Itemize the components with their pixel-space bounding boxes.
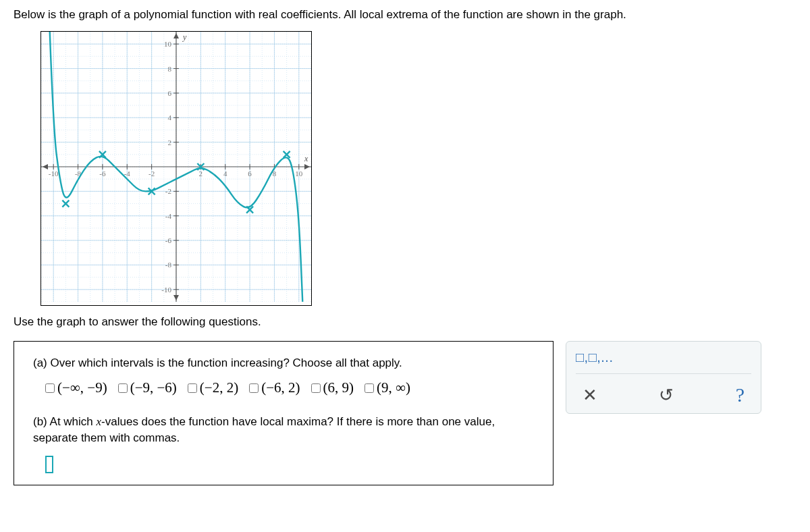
svg-text:2: 2 (199, 169, 203, 178)
choice-2-label: (−2, 2) (200, 379, 238, 396)
svg-text:6: 6 (248, 169, 252, 178)
list-format-hint[interactable]: □,□,... (576, 350, 751, 365)
choice-5[interactable]: (9, ∞) (364, 379, 410, 396)
svg-text:4: 4 (168, 113, 172, 122)
clear-button[interactable]: ✕ (583, 385, 597, 406)
svg-text:-10: -10 (161, 286, 171, 294)
svg-text:y: y (182, 32, 187, 42)
tool-divider (576, 373, 751, 374)
choice-4[interactable]: (6, 9) (311, 379, 354, 396)
problem-subtitle: Use the graph to answer the following qu… (14, 315, 796, 329)
tool-panel: □,□,... ✕ ↺ ? (566, 341, 761, 414)
svg-text:10: 10 (295, 169, 303, 178)
svg-marker-70 (173, 33, 179, 38)
choice-0-label: (−∞, −9) (57, 379, 107, 396)
choice-3[interactable]: (−6, 2) (249, 379, 300, 396)
svg-text:-8: -8 (165, 261, 172, 269)
part-b-text: (b) At which x-values does the function … (33, 415, 495, 444)
choice-3-label: (−6, 2) (261, 379, 300, 396)
part-a-choices: (−∞, −9) (−9, −6) (−2, 2) (−6, 2) (6, 9) (33, 379, 534, 396)
choice-2-checkbox[interactable] (188, 383, 197, 393)
svg-marker-68 (304, 164, 310, 169)
help-button[interactable]: ? (736, 383, 745, 406)
choice-1-checkbox[interactable] (118, 383, 128, 393)
svg-text:8: 8 (168, 65, 172, 73)
choice-0-checkbox[interactable] (45, 383, 55, 393)
svg-text:6: 6 (168, 89, 172, 97)
svg-marker-69 (43, 164, 48, 169)
part-b-input[interactable] (45, 456, 53, 473)
choice-4-label: (6, 9) (323, 379, 354, 396)
problem-intro: Below is the graph of a polynomial funct… (14, 8, 796, 22)
svg-text:-4: -4 (165, 212, 172, 220)
svg-text:4: 4 (223, 169, 227, 178)
svg-text:-2: -2 (148, 169, 155, 178)
choice-1-label: (−9, −6) (130, 379, 177, 396)
part-a-prompt: (a) Over which intervals is the function… (33, 356, 534, 370)
polynomial-graph: -10-8-6-4-2246810-10-8-6-4-2246810yx (41, 32, 311, 302)
svg-text:2: 2 (168, 138, 172, 147)
choice-1[interactable]: (−9, −6) (118, 379, 177, 396)
choice-3-checkbox[interactable] (249, 383, 259, 393)
svg-text:-2: -2 (165, 187, 171, 195)
question-panel: (a) Over which intervals is the function… (14, 341, 554, 485)
choice-0[interactable]: (−∞, −9) (45, 379, 107, 396)
choice-5-checkbox[interactable] (364, 383, 374, 393)
svg-text:-10: -10 (49, 169, 59, 178)
svg-text:-6: -6 (99, 169, 106, 178)
choice-5-label: (9, ∞) (377, 379, 410, 396)
choice-2[interactable]: (−2, 2) (188, 379, 238, 396)
svg-marker-71 (173, 295, 179, 300)
svg-text:-6: -6 (165, 236, 172, 244)
svg-text:x: x (304, 154, 308, 163)
svg-text:10: 10 (164, 40, 172, 48)
choice-4-checkbox[interactable] (311, 383, 321, 393)
graph-container: -10-8-6-4-2246810-10-8-6-4-2246810yx (40, 31, 312, 306)
reset-button[interactable]: ↺ (659, 385, 674, 406)
part-b-prompt: (b) At which x-values does the function … (33, 414, 534, 446)
